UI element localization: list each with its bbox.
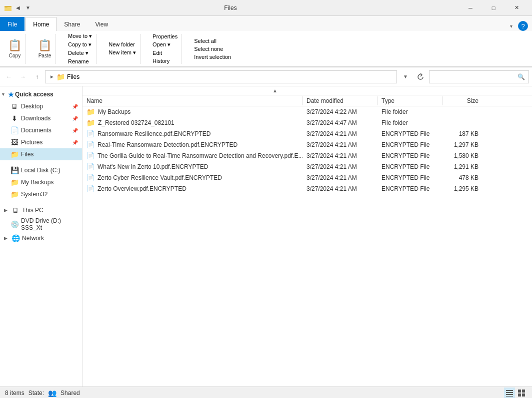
file-row[interactable]: 📁 Z_Restored 032724_082101 3/27/2024 4:4… [82, 117, 532, 128]
select-all-btn[interactable]: Select all [194, 38, 231, 44]
desktop-label: Desktop [21, 103, 43, 110]
file-row[interactable]: 📄 Zerto Cyber Resilience Vault.pdf.ENCRY… [82, 172, 532, 183]
quick-access-label: Quick access [15, 91, 54, 98]
my-backups-label: My Backups [21, 179, 54, 186]
file-size: 187 KB [442, 130, 482, 137]
file-row[interactable]: 📁 My Backups 3/27/2024 4:22 AM File fold… [82, 106, 532, 117]
file-name: 📄 Ransomware Resilience.pdf.ENCRYPTED [82, 130, 302, 137]
help-button[interactable]: ? [518, 21, 528, 31]
status-bar: 8 items State: 👥 Shared [0, 387, 532, 398]
tiles-view-button[interactable] [516, 388, 527, 398]
sidebar-item-pictures[interactable]: 🖼 Pictures 📌 [0, 136, 82, 148]
col-date-label: Date modified [306, 97, 344, 104]
file-row[interactable]: 📄 The Gorilla Guide to Real-Time Ransomw… [82, 150, 532, 161]
file-type: File folder [378, 108, 442, 115]
col-name-label: Name [86, 97, 102, 104]
details-view-button[interactable] [504, 388, 515, 398]
path-folder: 📁 Files [56, 73, 80, 81]
svg-rect-10 [522, 394, 525, 397]
sidebar-item-local-disk[interactable]: 💾 Local Disk (C:) [0, 164, 82, 176]
file-size: 478 KB [442, 174, 482, 181]
pictures-icon: 🖼 [10, 138, 19, 146]
network-chevron: ▶ [4, 236, 9, 241]
search-input[interactable] [432, 73, 518, 80]
file-icon: 📄 [86, 185, 94, 192]
select-none-btn[interactable]: Select none [194, 46, 231, 52]
minimize-button[interactable]: ─ [459, 0, 482, 16]
file-row[interactable]: 📄 Real-Time Ransomware Detection.pdf.ENC… [82, 139, 532, 150]
properties-btn[interactable]: Properties [152, 33, 178, 39]
tab-share[interactable]: Share [56, 17, 88, 31]
ribbon-collapse-button[interactable]: ▾ [506, 21, 516, 31]
dvd-label: DVD Drive (D:) SSS_Xt [21, 217, 78, 231]
file-date: 3/27/2024 4:21 AM [302, 174, 378, 181]
new-folder-btn[interactable]: New folder [108, 41, 136, 47]
delete-btn[interactable]: Delete ▾ [68, 50, 92, 56]
file-date: 3/27/2024 4:21 AM [302, 130, 378, 137]
tab-home[interactable]: Home [26, 17, 56, 31]
file-rows: 📁 My Backups 3/27/2024 4:22 AM File fold… [82, 106, 532, 194]
refresh-button[interactable] [414, 70, 427, 83]
back-button[interactable]: ← [3, 71, 15, 83]
open-btn[interactable]: Open ▾ [152, 41, 178, 48]
path-separator: ► [50, 74, 54, 79]
forward-button[interactable]: → [17, 71, 29, 83]
sidebar-item-downloads[interactable]: ⬇ Downloads 📌 [0, 112, 82, 124]
col-header-size[interactable]: Size [442, 96, 482, 105]
this-pc-chevron: ▶ [4, 208, 9, 213]
sidebar-item-network[interactable]: ▶ 🌐 Network [0, 232, 82, 244]
file-name: 📄 Zerto Cyber Resilience Vault.pdf.ENCRY… [82, 174, 302, 181]
maximize-button[interactable]: □ [482, 0, 505, 16]
file-name: 📄 The Gorilla Guide to Real-Time Ransomw… [82, 152, 302, 159]
svg-rect-8 [522, 390, 525, 393]
sidebar-item-files[interactable]: 📁 Files [0, 148, 82, 160]
col-type-label: Type [382, 97, 394, 104]
sidebar-item-documents[interactable]: 📄 Documents 📌 [0, 124, 82, 136]
file-row[interactable]: 📄 Ransomware Resilience.pdf.ENCRYPTED 3/… [82, 128, 532, 139]
local-disk-icon: 💾 [10, 166, 19, 174]
sidebar-header-quick-access[interactable]: ▾ ★ Quick access [0, 88, 82, 100]
new-item-btn[interactable]: New item ▾ [108, 49, 136, 56]
search-box[interactable]: 🔍 [429, 70, 529, 83]
address-path[interactable]: ► 📁 Files [45, 70, 397, 83]
file-date: 3/27/2024 4:22 AM [302, 108, 378, 115]
move-to-btn[interactable]: Move to ▾ [68, 33, 92, 39]
file-name: 📄 Real-Time Ransomware Detection.pdf.ENC… [82, 141, 302, 148]
search-icon[interactable]: 🔍 [518, 73, 525, 80]
copy-to-btn[interactable]: Copy to ▾ [68, 41, 92, 48]
rename-btn[interactable]: Rename [68, 58, 92, 64]
history-btn[interactable]: History [152, 58, 178, 64]
tab-view[interactable]: View [88, 17, 116, 31]
sidebar-item-this-pc[interactable]: ▶ 🖥 This PC [0, 204, 82, 216]
window-title: Files [2, 4, 459, 11]
svg-rect-4 [506, 392, 513, 393]
close-button[interactable]: ✕ [505, 0, 528, 16]
col-header-type[interactable]: Type [378, 96, 442, 105]
file-list-area: ▲ Name Date modified Type Size 📁 My Back… [82, 86, 532, 387]
sidebar-item-my-backups[interactable]: 📁 My Backups [0, 176, 82, 188]
tab-file[interactable]: File [0, 17, 24, 31]
col-header-name[interactable]: Name [82, 96, 302, 105]
window-controls: ─ □ ✕ [459, 0, 528, 16]
sidebar-item-desktop[interactable]: 🖥 Desktop 📌 [0, 100, 82, 112]
invert-sel-btn[interactable]: Invert selection [194, 54, 231, 60]
files-icon: 📁 [10, 150, 19, 158]
address-dropdown[interactable]: ▼ [399, 74, 412, 79]
col-size-label: Size [467, 97, 478, 104]
file-row[interactable]: 📄 Zerto Overview.pdf.ENCRYPTED 3/27/2024… [82, 183, 532, 194]
sort-indicator: ▲ [82, 86, 532, 95]
title-bar: ◀ ▼ Files ─ □ ✕ [0, 0, 532, 16]
up-button[interactable]: ↑ [31, 71, 43, 83]
item-count: 8 items [5, 390, 24, 397]
network-icon: 🌐 [11, 234, 20, 242]
address-bar: ← → ↑ ► 📁 Files ▼ 🔍 [0, 67, 532, 86]
file-icon: 📄 [86, 141, 94, 148]
col-header-date[interactable]: Date modified [302, 96, 378, 105]
edit-btn[interactable]: Edit [152, 50, 178, 56]
file-size: 1,295 KB [442, 185, 482, 192]
file-icon: 📄 [86, 130, 94, 137]
file-type: ENCRYPTED File [378, 152, 442, 159]
sidebar-item-system32[interactable]: 📁 System32 [0, 188, 82, 200]
sidebar-item-dvd-drive[interactable]: 💿 DVD Drive (D:) SSS_Xt [0, 218, 82, 230]
file-row[interactable]: 📄 What's New in Zerto 10.pdf.ENCRYPTED 3… [82, 161, 532, 172]
